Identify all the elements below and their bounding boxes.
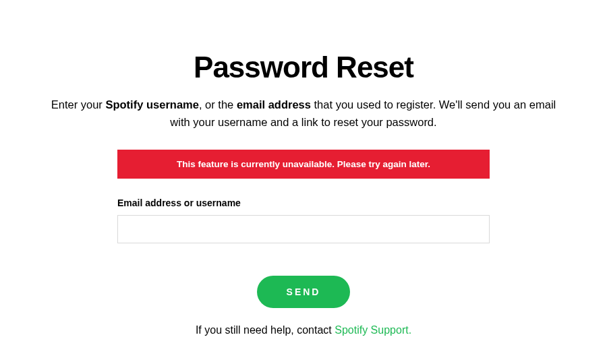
instructions-bold-username: Spotify username bbox=[105, 98, 198, 111]
email-username-input[interactable] bbox=[117, 215, 490, 243]
help-text: If you still need help, contact Spotify … bbox=[196, 324, 411, 336]
support-link[interactable]: Spotify Support. bbox=[335, 324, 411, 336]
instructions-bold-email: email address bbox=[237, 98, 311, 111]
instructions-part1: Enter your bbox=[51, 98, 106, 111]
send-button[interactable]: SEND bbox=[257, 276, 351, 308]
error-banner: This feature is currently unavailable. P… bbox=[117, 150, 490, 179]
instructions-part2: , or the bbox=[199, 98, 237, 111]
page-title: Password Reset bbox=[194, 51, 413, 84]
form-section: Email address or username bbox=[117, 198, 490, 243]
help-prefix: If you still need help, contact bbox=[196, 324, 335, 336]
error-message: This feature is currently unavailable. P… bbox=[177, 159, 430, 169]
instructions-text: Enter your Spotify username, or the emai… bbox=[47, 96, 560, 131]
email-username-label: Email address or username bbox=[117, 198, 490, 208]
